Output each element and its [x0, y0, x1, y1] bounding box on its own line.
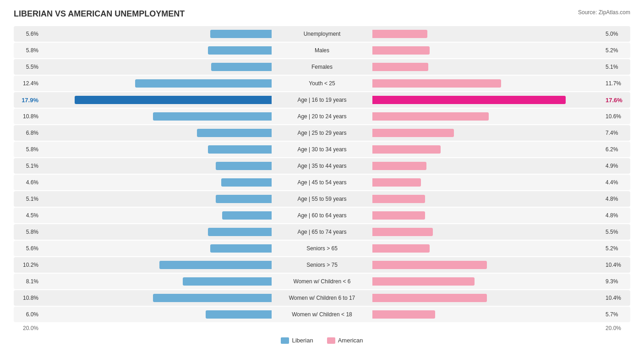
right-bar [372, 112, 489, 121]
right-bar-container [372, 30, 603, 38]
left-value: 4.5% [14, 212, 41, 219]
left-bar-container [41, 46, 272, 55]
left-bar [208, 145, 272, 154]
right-value: 6.2% [603, 146, 630, 153]
bar-row: 5.8% Males 5.2% [14, 43, 630, 58]
right-value: 4.4% [603, 179, 630, 186]
right-bar-container [372, 178, 603, 187]
left-bar [153, 112, 272, 121]
right-bar [372, 211, 425, 220]
left-bar [159, 261, 272, 269]
right-bar-container [372, 129, 603, 137]
row-inner: 5.8% Males 5.2% [14, 43, 630, 58]
right-bar [372, 46, 430, 55]
left-bar-container [41, 63, 272, 71]
right-bar-container [372, 195, 603, 203]
left-value: 10.8% [14, 113, 41, 120]
left-value: 10.8% [14, 295, 41, 301]
right-bar-container [372, 112, 603, 121]
row-inner: 5.1% Age | 35 to 44 years 4.9% [14, 158, 630, 174]
center-label: Age | 16 to 19 years [272, 97, 372, 103]
right-bar [372, 228, 433, 236]
row-inner: 5.8% Age | 30 to 34 years 6.2% [14, 142, 630, 157]
row-inner: 10.2% Seniors > 75 10.4% [14, 257, 630, 273]
right-value: 4.8% [603, 212, 630, 219]
bar-row: 5.6% Unemployment 5.0% [14, 26, 630, 42]
chart-area: 5.6% Unemployment 5.0% 5.8% Males [14, 26, 630, 322]
right-bar [372, 261, 487, 269]
right-bar-container [372, 79, 603, 88]
legend-pink-box [327, 337, 335, 344]
left-bar-container [41, 228, 272, 236]
chart-container: LIBERIAN VS AMERICAN UNEMPLOYMENT Source… [0, 0, 644, 347]
left-bar-container [41, 261, 272, 269]
right-bar-container [372, 277, 603, 286]
right-bar [372, 63, 428, 71]
left-bar [216, 195, 272, 203]
left-bar [206, 310, 272, 319]
right-bar-container [372, 310, 603, 319]
axis-row: 20.0% 20.0% [14, 325, 630, 331]
legend: Liberian American [14, 337, 630, 344]
bar-row: 6.0% Women w/ Children < 18 5.7% [14, 307, 630, 322]
right-value: 5.1% [603, 64, 630, 70]
left-bar [210, 244, 272, 253]
right-value: 5.2% [603, 47, 630, 54]
right-bar-container [372, 162, 603, 170]
left-bar-container [41, 96, 272, 104]
bar-row: 5.8% Age | 65 to 74 years 5.5% [14, 224, 630, 240]
bar-row: 6.8% Age | 25 to 29 years 7.4% [14, 125, 630, 141]
left-bar-container [41, 244, 272, 253]
chart-source: Source: ZipAtlas.com [578, 9, 630, 16]
left-bar [208, 228, 272, 236]
center-label: Women w/ Children < 6 [272, 278, 372, 285]
left-bar [222, 211, 272, 220]
left-bar-container [41, 129, 272, 137]
row-inner: 10.8% Women w/ Children 6 to 17 10.4% [14, 290, 630, 306]
center-label: Age | 45 to 54 years [272, 179, 372, 186]
bar-row: 17.9% Age | 16 to 19 years 17.6% [14, 92, 630, 108]
left-bar [197, 129, 272, 137]
right-value: 17.6% [603, 97, 630, 104]
bar-row: 8.1% Women w/ Children < 6 9.3% [14, 274, 630, 289]
left-bar [208, 46, 272, 55]
left-value: 12.4% [14, 80, 41, 87]
center-label: Females [272, 64, 372, 70]
right-value: 5.2% [603, 245, 630, 252]
left-bar [216, 162, 272, 170]
left-bar-container [41, 30, 272, 38]
center-label: Age | 30 to 34 years [272, 146, 372, 153]
left-bar [183, 277, 272, 286]
right-bar [372, 277, 475, 286]
right-bar-container [372, 96, 603, 104]
left-bar-container [41, 310, 272, 319]
right-value: 11.7% [603, 80, 630, 87]
right-bar [372, 96, 566, 104]
row-inner: 5.6% Seniors > 65 5.2% [14, 241, 630, 256]
left-value: 5.6% [14, 31, 41, 37]
right-bar [372, 294, 487, 302]
bar-row: 5.8% Age | 30 to 34 years 6.2% [14, 142, 630, 157]
center-label: Women w/ Children 6 to 17 [272, 295, 372, 301]
left-bar-container [41, 211, 272, 220]
bar-row: 4.5% Age | 60 to 64 years 4.8% [14, 208, 630, 223]
left-bar-container [41, 178, 272, 187]
left-bar [211, 63, 272, 71]
right-value: 5.7% [603, 311, 630, 318]
left-value: 5.1% [14, 163, 41, 169]
right-bar-container [372, 63, 603, 71]
right-bar [372, 145, 441, 154]
bar-row: 12.4% Youth < 25 11.7% [14, 76, 630, 91]
right-bar [372, 244, 430, 253]
left-bar-container [41, 162, 272, 170]
right-bar-container [372, 211, 603, 220]
left-bar-container [41, 195, 272, 203]
left-value: 5.8% [14, 146, 41, 153]
right-value: 9.3% [603, 278, 630, 285]
row-inner: 5.1% Age | 55 to 59 years 4.8% [14, 191, 630, 207]
row-inner: 6.8% Age | 25 to 29 years 7.4% [14, 125, 630, 141]
center-label: Males [272, 47, 372, 54]
row-inner: 17.9% Age | 16 to 19 years 17.6% [14, 92, 630, 108]
bar-row: 5.6% Seniors > 65 5.2% [14, 241, 630, 256]
left-value: 6.8% [14, 130, 41, 136]
